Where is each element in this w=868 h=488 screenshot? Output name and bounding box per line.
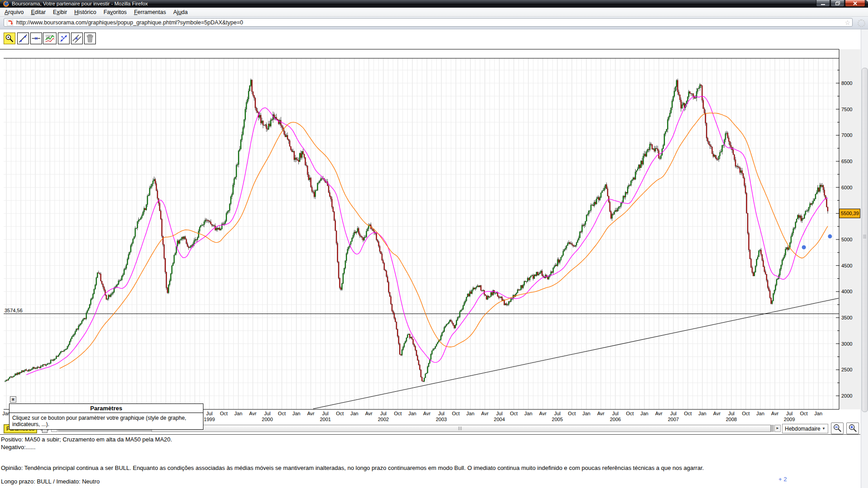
url-text[interactable]: http://www.boursorama.com/graphiques/pop… [16,19,842,26]
menu-item-ferramentas[interactable]: Ferramentas [130,8,170,16]
restore-button[interactable] [830,0,844,7]
horizontal-line-tool-button[interactable] [30,33,42,44]
bookmark-star-icon[interactable]: ☆ [844,19,850,26]
svg-text:4000: 4000 [841,289,852,294]
svg-text:Jul: Jul [264,411,270,416]
svg-text:2007: 2007 [668,417,679,422]
trash-icon [85,33,94,43]
menu-item-exibir[interactable]: Exibir [49,8,71,16]
analysis-negative: Negativo:...... [1,444,36,450]
svg-text:Oct: Oct [568,411,576,416]
svg-text:Jan: Jan [756,411,764,416]
svg-text:2000: 2000 [841,393,852,399]
zoom-out-icon [832,423,842,433]
trendline-tool-button[interactable] [17,33,29,44]
svg-text:5500,39: 5500,39 [841,211,859,216]
svg-text:Jan: Jan [467,411,475,416]
svg-text:Oct: Oct [626,411,634,416]
svg-text:Jul: Jul [206,411,212,416]
svg-text:Avr: Avr [307,411,315,416]
horizontal-line-icon [31,33,41,43]
menu-item-ajuda[interactable]: Ajuda [170,8,191,16]
svg-text:Oct: Oct [800,411,808,416]
analysis-positive: Positivo: MA50 a subir; Cruzamento em al… [1,436,172,443]
svg-text:2003: 2003 [436,417,447,422]
window-title: Boursorama, Votre partenaire pour invest… [12,1,148,6]
menu-bar: ArquivoEditarExibirHistóricoFavoritosFer… [0,8,868,17]
svg-text:8000: 8000 [841,80,852,86]
indicator-chart-icon [44,33,56,43]
svg-text:2002: 2002 [378,417,389,422]
svg-text:Avr: Avr [655,411,663,416]
minimize-button[interactable] [816,0,830,7]
svg-text:Jul: Jul [786,411,793,416]
svg-text:Jan: Jan [234,411,242,416]
parameters-tooltip: Paramètres Cliquez sur ce bouton pour pa… [9,404,203,430]
parallel-lines-icon [72,33,82,43]
svg-text:2005: 2005 [552,417,563,422]
trendline-icon [18,33,28,43]
marker-dot-2 [828,235,832,239]
svg-text:Jan: Jan [350,411,359,416]
zoom-in-icon [848,423,858,433]
arrows-tool-button[interactable] [58,33,70,44]
svg-text:Jul: Jul [554,411,561,416]
scroll-right-button[interactable]: ► [774,425,781,432]
svg-text:Jan: Jan [698,411,707,416]
more-link[interactable]: + 2 [778,476,787,483]
svg-text:2000: 2000 [262,417,273,422]
menu-item-editar[interactable]: Editar [27,8,49,16]
svg-text:1999: 1999 [204,417,215,422]
svg-text:Oct: Oct [278,411,286,416]
svg-text:Oct: Oct [684,411,692,416]
svg-text:Avr: Avr [771,411,779,416]
url-field[interactable]: http://www.boursorama.com/graphiques/pop… [4,18,853,27]
svg-text:2001: 2001 [320,417,330,422]
parallel-lines-tool-button[interactable] [71,33,83,44]
svg-text:Oct: Oct [336,411,344,416]
delete-tool-button[interactable] [84,33,96,44]
svg-text:Avr: Avr [365,411,373,416]
svg-text:Jan: Jan [814,411,822,416]
menu-item-histrico[interactable]: Histórico [71,8,100,16]
svg-text:3000: 3000 [841,341,852,347]
marker-dot-1 [802,245,806,249]
zoom-tool-button[interactable] [4,33,15,44]
menu-item-arquivo[interactable]: Arquivo [1,8,27,16]
svg-text:Jul: Jul [728,411,735,416]
grid-horizontal [4,70,839,396]
zoom-in-button[interactable] [846,422,859,434]
window-controls [816,0,865,7]
tooltip-title: Paramètres [9,404,203,413]
candlestick-series [5,79,839,409]
svg-text:2004: 2004 [494,417,505,422]
svg-text:Oct: Oct [742,411,750,416]
period-dropdown[interactable]: Hebdomadaire ▼ [782,424,828,433]
svg-text:Avr: Avr [539,411,547,416]
svg-text:6500: 6500 [841,159,852,164]
svg-text:Jan: Jan [408,411,416,416]
zoom-out-button[interactable] [831,422,844,434]
svg-text:Oct: Oct [510,411,518,416]
svg-text:Jul: Jul [322,411,329,416]
close-icon [853,1,857,5]
svg-text:Avr: Avr [249,411,257,416]
close-button[interactable] [845,0,865,7]
magnifier-icon [5,33,14,43]
svg-text:Oct: Oct [394,411,401,416]
svg-text:3500: 3500 [841,315,852,320]
menu-item-favoritos[interactable]: Favoritos [100,8,130,16]
svg-text:2006: 2006 [610,417,621,422]
svg-text:Jan: Jan [292,411,301,416]
svg-text:2008: 2008 [726,417,737,422]
svg-text:Jan: Jan [582,411,590,416]
svg-text:7000: 7000 [841,132,852,138]
indicator-tool-button[interactable] [43,33,57,44]
svg-text:2009: 2009 [784,417,795,422]
svg-text:4500: 4500 [841,263,852,268]
svg-text:7500: 7500 [841,107,852,112]
svg-text:Oct: Oct [452,411,460,416]
svg-text:Jul: Jul [380,411,387,416]
browser-scrollbar-thumb[interactable] [862,68,868,412]
svg-text:2500: 2500 [841,367,852,372]
